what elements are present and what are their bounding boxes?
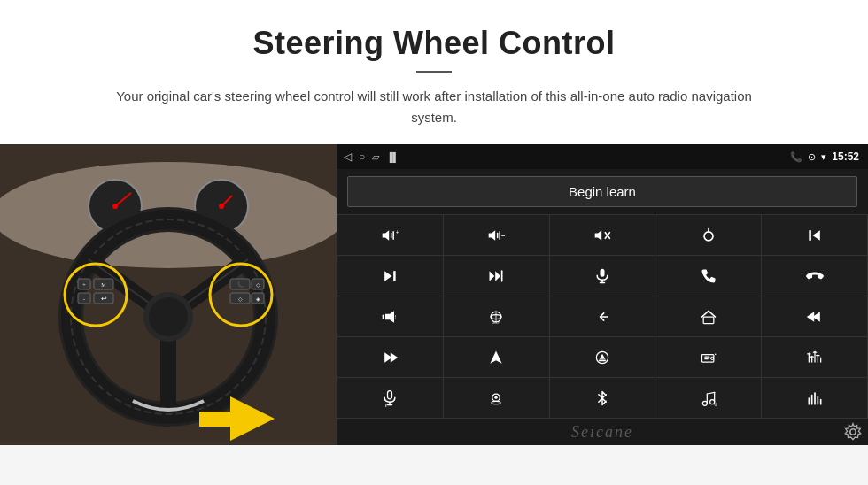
volume-eq-button[interactable] [762,378,867,418]
svg-marker-38 [383,230,390,241]
360-2-button[interactable] [444,378,549,418]
svg-rect-52 [809,230,811,241]
svg-point-97 [492,401,500,404]
subtitle-text: Your original car's steering wheel contr… [97,86,771,128]
home-nav-icon[interactable]: ○ [359,150,365,163]
svg-marker-42 [489,230,496,241]
svg-marker-70 [806,312,813,322]
begin-learn-button[interactable]: Begin learn [347,176,857,207]
svg-marker-73 [491,350,502,363]
power-button[interactable] [655,215,761,255]
svg-text:◈: ◈ [256,296,260,302]
svg-point-109 [850,429,856,435]
svg-rect-77 [701,354,713,361]
svg-rect-37 [199,412,233,427]
svg-marker-46 [595,230,602,241]
svg-point-5 [112,204,118,209]
mic2-button[interactable] [337,378,443,418]
back-nav-icon[interactable]: ◁ [344,150,352,163]
svg-marker-61 [385,311,394,322]
radio-button[interactable]: • [655,337,761,377]
svg-text:📞: 📞 [237,281,244,289]
begin-learn-row: Begin learn [337,169,868,214]
eq-settings-button[interactable] [762,337,867,377]
seicane-watermark-bar: Seicane [337,419,868,445]
fast-fwd-button[interactable] [337,337,443,377]
svg-marker-75 [600,353,606,358]
eject-button[interactable] [550,337,655,377]
svg-marker-56 [495,271,500,281]
svg-text:+: + [396,229,399,235]
page-title: Steering Wheel Control [53,25,815,62]
navigation-button[interactable] [444,337,549,377]
bluetooth-button[interactable] [550,378,655,418]
svg-marker-53 [385,271,392,281]
seicane-text: Seicane [571,423,633,442]
svg-text:360°: 360° [492,320,500,325]
svg-rect-91 [388,390,392,398]
svg-point-98 [702,401,707,405]
back-nav-button[interactable] [550,296,655,336]
control-grid: + [337,214,868,419]
horn-button[interactable]: ! [337,296,443,336]
skip-ff-button[interactable] [444,256,549,296]
svg-point-96 [495,396,498,398]
content-row: + - M ↩ 📞 ◇ ◇ ◈ [0,144,868,445]
home-nav-button[interactable] [655,296,761,336]
phone-status-icon: 📞 [790,151,802,163]
prev-track-button[interactable] [762,215,867,255]
svg-text:M: M [101,282,106,288]
music-settings-button[interactable]: ⚙ [655,378,761,418]
svg-line-102 [707,392,714,394]
phone-call-button[interactable] [655,256,761,296]
status-bar-left: ◁ ○ ▱ ▐▌ [344,150,399,163]
vol-up-button[interactable]: + [337,215,443,255]
svg-text:⚙: ⚙ [714,402,717,407]
recents-nav-icon[interactable]: ▱ [372,151,379,163]
svg-text:↩: ↩ [101,295,107,303]
steering-bg: + - M ↩ 📞 ◇ ◇ ◈ [0,144,337,445]
android-panel: ◁ ○ ▱ ▐▌ 📞 ⊙ ▾ 15:52 Begin learn [337,144,868,445]
svg-marker-55 [490,271,495,281]
svg-marker-51 [812,230,819,241]
status-bar-right: 📞 ⊙ ▾ 15:52 [790,150,859,163]
gps-status-icon: ⊙ [808,151,816,163]
rewind-button[interactable] [762,296,867,336]
header-section: Steering Wheel Control Your original car… [0,0,868,144]
steering-wheel-svg: + - M ↩ 📞 ◇ ◇ ◈ [0,144,337,445]
svg-marker-72 [391,352,398,363]
svg-rect-58 [600,268,604,276]
mute-button[interactable] [550,215,655,255]
mic-button[interactable] [550,256,655,296]
hang-up-button[interactable] [762,256,867,296]
wifi-status-icon: ▾ [821,151,826,163]
gear-settings-button[interactable] [841,420,864,443]
svg-text:+: + [82,281,86,289]
next-button[interactable] [337,256,443,296]
gear-icon [843,422,863,442]
360-cam-button[interactable]: 360° [444,296,549,336]
svg-point-7 [219,204,224,209]
svg-rect-68 [703,317,714,324]
vol-down-button[interactable] [444,215,549,255]
signal-icon: ▐▌ [386,152,399,162]
time-display: 15:52 [832,150,859,163]
svg-text:◇: ◇ [256,282,260,288]
svg-point-17 [149,297,188,336]
svg-text:!: ! [395,313,397,319]
page-wrapper: Steering Wheel Control Your original car… [0,0,868,445]
steering-wheel-image: + - M ↩ 📞 ◇ ◇ ◈ [0,144,337,445]
svg-rect-54 [394,271,397,281]
status-bar: ◁ ○ ▱ ▐▌ 📞 ⊙ ▾ 15:52 [337,144,868,169]
title-divider [416,71,452,73]
svg-point-49 [704,231,713,240]
svg-text:•: • [714,351,716,357]
svg-text:◇: ◇ [238,296,243,302]
